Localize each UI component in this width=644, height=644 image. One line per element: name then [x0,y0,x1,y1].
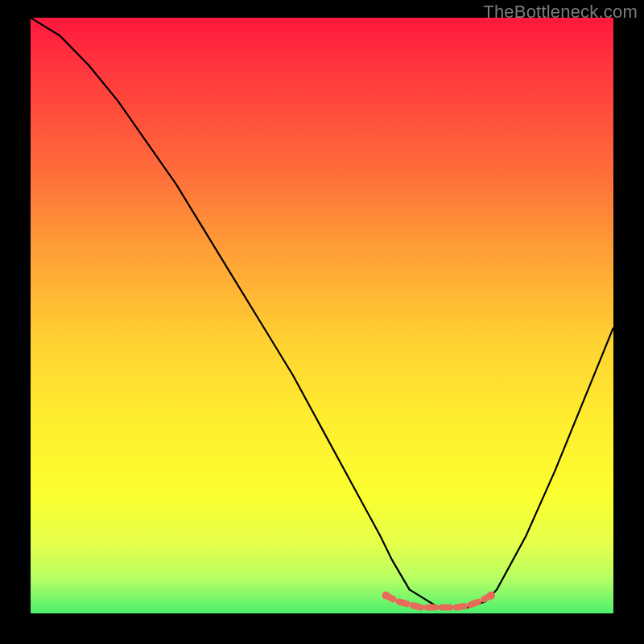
optimal-range-path [386,596,491,608]
bottleneck-curve [31,18,613,608]
optimal-range-endpoint [487,592,495,600]
watermark-text: TheBottleneck.com [483,2,638,23]
optimal-range-marker [382,592,495,608]
chart-frame: TheBottleneck.com [0,0,644,644]
optimal-range-endpoint [382,592,390,600]
chart-overlay [31,18,613,613]
